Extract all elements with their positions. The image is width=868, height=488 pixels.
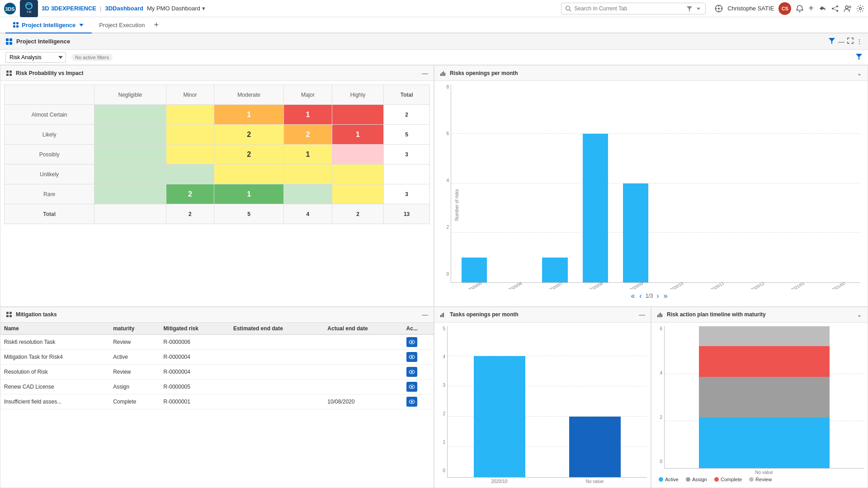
tasks-cell-maturity-0: Review (109, 334, 160, 349)
minimize-btn[interactable]: — (838, 37, 844, 46)
tasks-view-btn-0[interactable] (406, 337, 417, 347)
global-filter-btn[interactable] (855, 53, 863, 62)
settings-btn[interactable] (856, 5, 864, 13)
stacked-bar (699, 326, 830, 469)
risk-cell-0-4[interactable] (332, 105, 383, 125)
brand-dashboard-name: My PMO Dashboard (147, 5, 200, 12)
risks-page-last[interactable]: » (663, 292, 669, 300)
search-input[interactable] (574, 5, 684, 12)
risk-cell-3-1 (166, 164, 214, 184)
tasks-cell-action-4 (403, 394, 434, 409)
expand-btn[interactable] (847, 37, 854, 46)
network-btn[interactable] (831, 5, 839, 13)
mitigation-tasks-collapse-btn[interactable]: — (422, 311, 428, 318)
risks-bar-group-4 (616, 84, 655, 282)
svg-rect-35 (6, 70, 9, 73)
risk-row-total-0: 2 (384, 105, 430, 125)
tasks-x-labels: 2020/10 No value (447, 479, 647, 484)
svg-line-20 (834, 9, 836, 10)
tasks-view-btn-3[interactable] (406, 382, 417, 392)
risks-chart-collapse-btn[interactable]: ⌄ (857, 70, 862, 77)
svg-point-18 (836, 10, 838, 12)
filter-bar-right (855, 53, 863, 62)
risk-col-minor: Minor (166, 85, 214, 105)
ap-stack-assign (699, 377, 830, 418)
risk-row-almost-certain: Almost Certain 1 1 2 (5, 105, 430, 125)
add-tab-btn[interactable]: + (154, 20, 159, 30)
risk-cell-4-2[interactable]: 1 (214, 184, 284, 204)
ap-y-2: 2 (660, 415, 662, 420)
filter-active-btn[interactable] (828, 37, 835, 46)
user-avatar[interactable]: CS (778, 2, 791, 15)
more-btn[interactable]: ⋮ (856, 37, 863, 46)
risk-cell-4-4 (332, 184, 383, 204)
filter-tag: No active filters (71, 54, 113, 61)
risk-cell-1-2[interactable]: 2 (214, 125, 284, 145)
risk-cell-4-3 (284, 184, 332, 204)
risk-cell-4-0 (94, 184, 166, 204)
bell-btn[interactable] (796, 5, 804, 13)
svg-marker-28 (80, 24, 84, 27)
search-dropdown-icon[interactable] (695, 5, 702, 12)
svg-rect-45 (6, 315, 9, 317)
add-btn[interactable]: + (808, 3, 814, 14)
tasks-cell-risk-0: R-0000006 (160, 334, 230, 349)
tasks-cell-act-4: 10/08/2020 (324, 394, 402, 409)
svg-rect-63 (661, 314, 662, 317)
action-plan-panel: Risk action plan timeline with maturity … (651, 307, 868, 488)
mitigation-tasks-table: Name maturity Mitigated risk Estimated e… (0, 323, 434, 409)
tasks-view-btn-2[interactable] (406, 367, 417, 377)
risks-bar-4 (623, 183, 648, 282)
risk-total-2: 5 (214, 204, 284, 224)
share-btn[interactable] (818, 5, 826, 13)
action-plan-collapse-btn[interactable]: ⌄ (857, 311, 862, 318)
tasks-chart-body: 5 4 3 2 1 0 (434, 323, 651, 488)
risks-bar-group-5 (656, 84, 695, 282)
svg-marker-8 (697, 8, 700, 10)
risks-page-next[interactable]: › (656, 292, 660, 300)
risk-cell-0-3[interactable]: 1 (284, 105, 332, 125)
filter-icon[interactable] (686, 5, 693, 12)
compass-btn[interactable] (715, 5, 723, 13)
brand-experience: 3DEXPERIENCE (51, 5, 96, 12)
risk-row-likely: Likely 2 2 1 5 (5, 125, 430, 145)
risk-matrix-header: Risk Probability vs Impact — (0, 66, 434, 81)
tasks-chart-collapse-btn[interactable]: — (639, 311, 645, 318)
tab-dropdown-icon[interactable] (78, 22, 85, 28)
risk-cell-4-1[interactable]: 2 (166, 184, 214, 204)
tasks-cell-name-0: Risk6 resolution Task (0, 334, 109, 349)
legend-dot-complete (714, 477, 719, 482)
tab-project-execution[interactable]: Project Execution (92, 17, 152, 33)
tasks-view-btn-1[interactable] (406, 352, 417, 362)
svg-point-17 (836, 5, 838, 7)
brand-dropdown-icon[interactable]: ▾ (202, 5, 205, 12)
svg-text:Y.R: Y.R (27, 10, 32, 14)
risk-cell-0-2[interactable]: 1 (214, 105, 284, 125)
tab-project-intelligence[interactable]: Project Intelligence (5, 17, 92, 33)
tasks-cell-action-0 (403, 334, 434, 349)
ap-stack-complete (699, 346, 830, 376)
svg-rect-36 (9, 70, 12, 73)
risks-bar-group-6 (697, 84, 736, 282)
risks-page-info: 1/3 (646, 293, 653, 299)
risk-cell-1-3[interactable]: 2 (284, 125, 332, 145)
risk-cell-2-2[interactable]: 2 (214, 145, 284, 164)
legend-dot-assign (686, 477, 690, 482)
svg-rect-61 (659, 314, 660, 317)
app-logo: 3DS (4, 2, 16, 15)
risk-cell-1-4[interactable]: 1 (332, 125, 383, 145)
mitigation-tasks-panel: Mitigation tasks — Name maturity Mitigat… (0, 307, 434, 488)
risks-page-first[interactable]: « (630, 292, 636, 300)
risks-y-8: 8 (446, 84, 449, 89)
people-btn[interactable] (844, 5, 852, 13)
tasks-view-btn-4[interactable] (406, 397, 417, 407)
tasks-x-label-1: No value (552, 479, 638, 484)
risk-total-0 (94, 204, 166, 224)
filter-select[interactable]: Risk Analysis Task Analysis Resource Ana… (5, 52, 66, 63)
tasks-chart-inner: 2020/10 No value (447, 326, 647, 484)
risks-page-prev[interactable]: ‹ (638, 292, 642, 300)
risk-matrix-collapse-btn[interactable]: — (422, 70, 428, 77)
risk-cell-2-3[interactable]: 1 (284, 145, 332, 164)
risk-row-rare: Rare 2 1 3 (5, 184, 430, 204)
risks-bar-group-1 (495, 84, 534, 282)
